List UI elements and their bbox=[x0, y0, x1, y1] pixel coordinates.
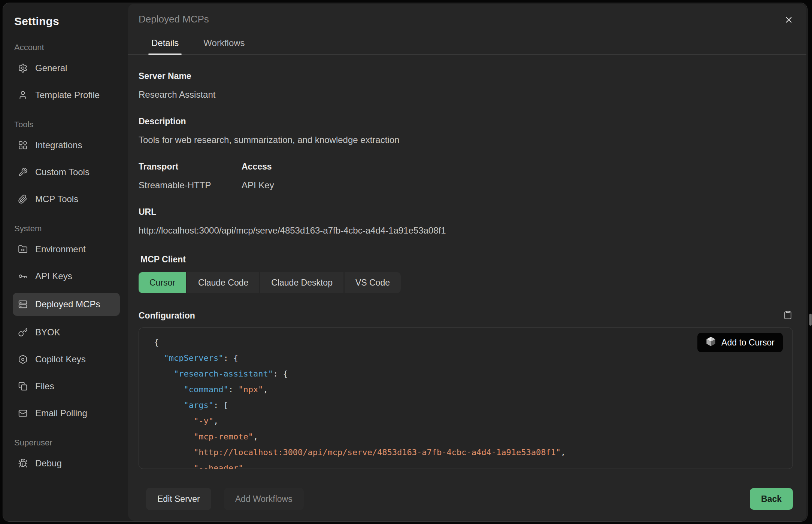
sidebar-item-label: Template Profile bbox=[35, 90, 100, 100]
sidebar-item-mcp-tools[interactable]: MCP Tools bbox=[13, 189, 120, 210]
close-icon bbox=[784, 15, 794, 26]
sidebar-section-label-account: Account bbox=[14, 43, 127, 52]
code-lines: { "mcpServers": { "research-assistant": … bbox=[154, 335, 793, 469]
sidebar-item-byok[interactable]: BYOK bbox=[13, 322, 120, 343]
files-icon bbox=[18, 381, 28, 391]
code-line: "mcp-remote", bbox=[154, 429, 793, 445]
sidebar-item-debug[interactable]: Debug bbox=[13, 453, 120, 474]
mcp-client-option-vs-code[interactable]: VS Code bbox=[345, 272, 401, 293]
url-value: http://localhost:3000/api/mcp/serve/4853… bbox=[139, 225, 793, 236]
panel-footer: Edit Server Add Workflows Back bbox=[128, 475, 806, 521]
mcp-client-label: MCP Client bbox=[140, 255, 793, 265]
sidebar-item-label: BYOK bbox=[35, 327, 60, 338]
server-name-value: Research Assistant bbox=[139, 89, 793, 100]
sidebar-item-label: Files bbox=[35, 381, 54, 392]
key-round-icon bbox=[18, 271, 28, 281]
mcp-client-option-claude-desktop[interactable]: Claude Desktop bbox=[260, 272, 343, 293]
mail-icon bbox=[18, 408, 28, 418]
transport-label: Transport bbox=[139, 162, 242, 172]
user-icon bbox=[18, 90, 28, 100]
edit-server-button[interactable]: Edit Server bbox=[146, 488, 211, 510]
server-icon bbox=[18, 299, 28, 309]
sidebar-item-general[interactable]: General bbox=[13, 58, 120, 79]
code-line: "http://localhost:3000/api/mcp/serve/485… bbox=[154, 445, 793, 460]
sidebar-item-copilot-keys[interactable]: Copilot Keys bbox=[13, 349, 120, 370]
mcp-client-segmented-control: CursorClaude CodeClaude DesktopVS Code bbox=[139, 272, 401, 293]
code-line: "--header" bbox=[154, 460, 793, 469]
panel-header: Deployed MCPs bbox=[128, 4, 806, 25]
sidebar-item-api-keys[interactable]: API Keys bbox=[13, 266, 120, 287]
wrench-icon bbox=[18, 167, 28, 177]
sidebar-item-label: Deployed MCPs bbox=[35, 299, 100, 310]
key-diagonal-icon bbox=[18, 328, 28, 337]
add-to-cursor-button[interactable]: Add to Cursor bbox=[697, 333, 783, 352]
close-button[interactable] bbox=[782, 14, 795, 27]
code-line: "-y", bbox=[154, 413, 793, 429]
details-content: Server Name Research Assistant Descripti… bbox=[128, 55, 806, 475]
sidebar-item-environment[interactable]: Environment bbox=[13, 239, 120, 260]
sidebar-item-label: Copilot Keys bbox=[35, 354, 86, 365]
sidebar-item-label: Email Polling bbox=[35, 408, 87, 418]
settings-modal: Settings AccountGeneralTemplate ProfileT… bbox=[3, 3, 808, 522]
code-line: "args": [ bbox=[154, 397, 793, 413]
tabs: DetailsWorkflows bbox=[128, 38, 806, 55]
hexagon-icon bbox=[18, 354, 28, 364]
sidebar-item-integrations[interactable]: Integrations bbox=[13, 135, 120, 156]
deployed-mcps-panel: Deployed MCPs DetailsWorkflows Server Na… bbox=[128, 4, 806, 521]
back-button[interactable]: Back bbox=[750, 488, 793, 510]
sidebar-item-label: Custom Tools bbox=[35, 167, 90, 177]
server-name-label: Server Name bbox=[139, 71, 793, 81]
description-value: Tools for web research, summarization, a… bbox=[139, 135, 793, 145]
access-value: API Key bbox=[242, 180, 274, 191]
sidebar-item-label: Environment bbox=[35, 244, 86, 255]
clipboard-icon bbox=[783, 310, 793, 321]
sidebar-item-label: Integrations bbox=[35, 140, 82, 150]
sidebar-item-deployed-mcps[interactable]: Deployed MCPs bbox=[13, 293, 120, 316]
description-label: Description bbox=[139, 116, 793, 127]
integrations-icon bbox=[18, 140, 28, 150]
sidebar-item-email-polling[interactable]: Email Polling bbox=[13, 403, 120, 424]
url-label: URL bbox=[139, 207, 793, 217]
settings-title: Settings bbox=[14, 15, 127, 28]
sidebar-sections: AccountGeneralTemplate ProfileToolsInteg… bbox=[13, 43, 127, 474]
sidebar-item-label: API Keys bbox=[35, 271, 72, 281]
transport-value: Streamable-HTTP bbox=[139, 180, 242, 191]
paperclip-icon bbox=[18, 194, 28, 204]
code-line: { bbox=[154, 335, 793, 350]
configuration-code-block[interactable]: { "mcpServers": { "research-assistant": … bbox=[139, 328, 793, 469]
page-scrollbar-thumb[interactable] bbox=[809, 314, 812, 326]
tab-details[interactable]: Details bbox=[148, 38, 182, 54]
add-to-cursor-label: Add to Cursor bbox=[721, 338, 775, 348]
sidebar-item-label: MCP Tools bbox=[35, 194, 78, 204]
sidebar-item-label: General bbox=[35, 63, 67, 73]
folder-code-icon bbox=[18, 244, 28, 254]
code-line: "mcpServers": { bbox=[154, 350, 793, 366]
sidebar-section-label-tools: Tools bbox=[14, 120, 127, 130]
sidebar-item-label: Debug bbox=[35, 458, 62, 469]
gear-icon bbox=[18, 63, 28, 73]
panel-title: Deployed MCPs bbox=[139, 13, 209, 25]
configuration-label: Configuration bbox=[139, 311, 195, 321]
mcp-client-option-claude-code[interactable]: Claude Code bbox=[187, 272, 259, 293]
access-label: Access bbox=[242, 162, 274, 172]
cursor-cube-icon bbox=[706, 336, 716, 349]
sidebar-item-custom-tools[interactable]: Custom Tools bbox=[13, 162, 120, 183]
bug-icon bbox=[18, 458, 28, 468]
sidebar-item-template-profile[interactable]: Template Profile bbox=[13, 85, 120, 106]
code-line: "research-assistant": { bbox=[154, 366, 793, 382]
mcp-client-option-cursor[interactable]: Cursor bbox=[139, 272, 186, 293]
copy-configuration-button[interactable] bbox=[782, 310, 793, 321]
sidebar-section-label-system: System bbox=[14, 224, 127, 234]
add-workflows-button[interactable]: Add Workflows bbox=[224, 488, 304, 510]
sidebar-section-label-superuser: Superuser bbox=[14, 438, 127, 448]
code-line: "command": "npx", bbox=[154, 382, 793, 397]
settings-sidebar: Settings AccountGeneralTemplate ProfileT… bbox=[3, 3, 127, 521]
tab-workflows[interactable]: Workflows bbox=[200, 38, 248, 54]
sidebar-item-files[interactable]: Files bbox=[13, 376, 120, 397]
